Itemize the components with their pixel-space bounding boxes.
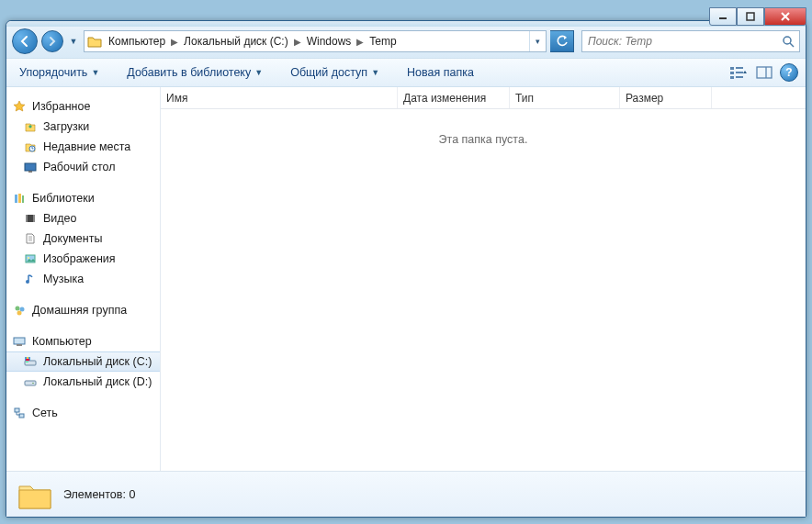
library-icon bbox=[12, 191, 27, 206]
column-header-size[interactable]: Размер bbox=[620, 87, 712, 108]
new-folder-button[interactable]: Новая папка bbox=[401, 63, 479, 82]
tree-label: Домашняя группа bbox=[32, 304, 127, 317]
chevron-down-icon: ▼ bbox=[254, 68, 263, 77]
empty-folder-message: Эта папка пуста. bbox=[161, 109, 806, 146]
computer-icon bbox=[12, 334, 27, 349]
minimize-button[interactable] bbox=[709, 7, 737, 26]
tree-label: Локальный диск (C:) bbox=[43, 355, 152, 368]
address-bar[interactable]: Компьютер ▶ Локальный диск (C:) ▶ Window… bbox=[84, 30, 547, 52]
breadcrumb-segment[interactable]: Windows bbox=[303, 31, 355, 51]
toolbar-label: Добавить в библиотеку bbox=[127, 66, 251, 79]
svg-point-25 bbox=[28, 257, 29, 259]
picture-icon bbox=[23, 251, 38, 266]
homegroup-icon bbox=[12, 303, 27, 318]
close-button[interactable] bbox=[764, 7, 806, 26]
svg-rect-31 bbox=[17, 344, 22, 346]
svg-point-2 bbox=[784, 37, 791, 44]
favorites-root[interactable]: Избранное bbox=[6, 96, 160, 117]
history-dropdown[interactable]: ▼ bbox=[67, 30, 80, 52]
download-icon bbox=[23, 119, 38, 134]
network-group: Сеть bbox=[6, 403, 160, 423]
libraries-root[interactable]: Библиотеки bbox=[6, 188, 160, 208]
svg-rect-1 bbox=[747, 13, 754, 20]
svg-point-27 bbox=[16, 307, 20, 311]
breadcrumb-segment[interactable]: Локальный диск (C:) bbox=[180, 31, 292, 51]
favorites-group: Избранное Загрузки Недавние места Рабочи… bbox=[6, 96, 160, 177]
organize-button[interactable]: Упорядочить ▼ bbox=[14, 63, 105, 82]
sidebar-item-pictures[interactable]: Изображения bbox=[6, 249, 160, 269]
svg-point-28 bbox=[20, 307, 25, 312]
svg-line-3 bbox=[790, 43, 794, 47]
tree-label: Недавние места bbox=[43, 140, 130, 153]
column-header-type[interactable]: Тип bbox=[510, 87, 620, 108]
refresh-button[interactable] bbox=[550, 30, 574, 52]
toolbar-label: Новая папка bbox=[407, 66, 474, 79]
sidebar-item-desktop[interactable]: Рабочий стол bbox=[6, 157, 160, 177]
maximize-button[interactable] bbox=[737, 7, 764, 26]
status-bar: Элементов: 0 bbox=[6, 471, 806, 517]
sidebar-item-downloads[interactable]: Загрузки bbox=[6, 117, 160, 137]
back-button[interactable] bbox=[12, 28, 38, 54]
recent-icon bbox=[23, 139, 38, 154]
network-icon bbox=[12, 406, 27, 420]
chevron-right-icon[interactable]: ▶ bbox=[169, 37, 180, 47]
file-list-pane[interactable]: Имя Дата изменения Тип Размер Эта папка … bbox=[161, 87, 806, 471]
svg-rect-16 bbox=[18, 194, 21, 203]
svg-point-26 bbox=[26, 280, 29, 284]
forward-button[interactable] bbox=[41, 30, 63, 52]
navigation-pane[interactable]: Избранное Загрузки Недавние места Рабочи… bbox=[6, 87, 161, 471]
sidebar-item-music[interactable]: Музыка bbox=[6, 269, 160, 289]
svg-rect-20 bbox=[33, 215, 35, 222]
network-root[interactable]: Сеть bbox=[6, 403, 160, 423]
svg-rect-15 bbox=[15, 195, 17, 203]
breadcrumb-segment[interactable]: Temp bbox=[366, 31, 400, 51]
tree-label: Избранное bbox=[32, 100, 90, 113]
video-icon bbox=[23, 211, 38, 226]
view-options-button[interactable] bbox=[728, 62, 749, 83]
share-button[interactable]: Общий доступ ▼ bbox=[285, 63, 385, 82]
tree-label: Сеть bbox=[32, 407, 58, 419]
search-input[interactable] bbox=[582, 35, 777, 48]
svg-rect-30 bbox=[14, 338, 25, 344]
preview-pane-button[interactable] bbox=[754, 62, 774, 83]
svg-rect-17 bbox=[22, 195, 24, 203]
tree-label: Музыка bbox=[43, 273, 84, 285]
help-button[interactable]: ? bbox=[780, 63, 798, 82]
document-icon bbox=[23, 231, 38, 246]
chevron-right-icon[interactable]: ▶ bbox=[292, 37, 303, 47]
svg-rect-13 bbox=[25, 163, 36, 171]
desktop-icon bbox=[23, 160, 38, 174]
svg-rect-6 bbox=[730, 76, 734, 79]
svg-rect-32 bbox=[25, 361, 36, 365]
column-header-date[interactable]: Дата изменения bbox=[398, 87, 510, 108]
sidebar-item-recent[interactable]: Недавние места bbox=[6, 137, 160, 157]
libraries-group: Библиотеки Видео Документы Изображения М… bbox=[6, 188, 160, 289]
column-headers: Имя Дата изменения Тип Размер bbox=[161, 87, 806, 109]
tree-label: Документы bbox=[43, 232, 102, 245]
sidebar-item-video[interactable]: Видео bbox=[6, 208, 160, 229]
svg-rect-19 bbox=[26, 215, 28, 222]
chevron-down-icon: ▼ bbox=[371, 68, 379, 77]
include-in-library-button[interactable]: Добавить в библиотеку ▼ bbox=[121, 63, 268, 82]
chevron-down-icon: ▼ bbox=[91, 68, 99, 77]
breadcrumb-segment[interactable]: Компьютер bbox=[105, 31, 169, 51]
search-box[interactable] bbox=[581, 30, 800, 52]
svg-rect-5 bbox=[730, 72, 734, 74]
address-dropdown[interactable]: ▾ bbox=[529, 31, 546, 51]
window-controls bbox=[709, 7, 806, 26]
explorer-window: ▼ Компьютер ▶ Локальный диск (C:) ▶ Wind… bbox=[6, 20, 806, 518]
column-header-name[interactable]: Имя bbox=[161, 87, 398, 108]
computer-root[interactable]: Компьютер bbox=[6, 331, 160, 351]
folder-icon bbox=[16, 475, 54, 514]
chevron-right-icon[interactable]: ▶ bbox=[355, 37, 366, 47]
homegroup-root[interactable]: Домашняя группа bbox=[6, 300, 160, 320]
search-icon[interactable] bbox=[777, 35, 799, 48]
sidebar-item-drive-d[interactable]: Локальный диск (D:) bbox=[6, 372, 160, 392]
toolbar-label: Общий доступ bbox=[290, 66, 367, 79]
sidebar-item-documents[interactable]: Документы bbox=[6, 229, 160, 249]
toolbar: Упорядочить ▼ Добавить в библиотеку ▼ Об… bbox=[6, 58, 806, 87]
svg-point-29 bbox=[17, 311, 22, 316]
svg-rect-37 bbox=[25, 381, 36, 385]
sidebar-item-drive-c[interactable]: Локальный диск (C:) bbox=[6, 351, 160, 372]
music-icon bbox=[23, 272, 38, 286]
